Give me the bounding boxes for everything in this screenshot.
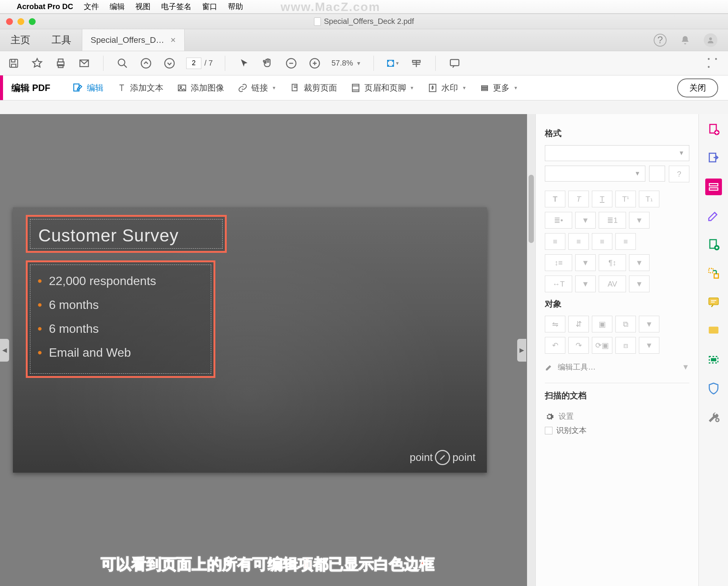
minimize-window-button[interactable] xyxy=(17,18,24,25)
menu-window[interactable]: 窗口 xyxy=(202,2,217,12)
add-text-button[interactable]: 添加文本 xyxy=(110,75,170,100)
menu-edit[interactable]: 编辑 xyxy=(110,2,125,12)
add-image-button[interactable]: 添加图像 xyxy=(170,75,231,100)
bullet-list-button[interactable]: ≣• xyxy=(545,212,572,229)
kerning-button[interactable]: AV xyxy=(599,276,626,292)
arrange-dropdown[interactable]: ▼ xyxy=(639,316,659,332)
fit-page-icon[interactable]: ▼ xyxy=(386,56,400,70)
bullet-list-dropdown[interactable]: ▼ xyxy=(575,212,596,229)
page-down-icon[interactable] xyxy=(163,56,176,70)
redact-icon[interactable] xyxy=(705,351,722,368)
watermark-button[interactable]: 水印 ▼ xyxy=(421,75,473,100)
replace-image-button[interactable]: ⟳▣ xyxy=(592,337,612,354)
mail-icon[interactable] xyxy=(77,56,91,70)
selection-tool-icon[interactable] xyxy=(237,56,251,70)
font-family-dropdown[interactable]: ▼ xyxy=(545,145,689,161)
crop-object-button[interactable]: ▣ xyxy=(592,316,612,332)
align-objects-button[interactable]: ⧈ xyxy=(615,337,636,354)
next-page-arrow[interactable]: ▶ xyxy=(517,339,526,362)
link-button[interactable]: 链接 ▼ xyxy=(231,75,283,100)
arrange-button[interactable]: ⧉ xyxy=(615,316,636,332)
zoom-out-icon[interactable] xyxy=(284,56,298,70)
align-justify-button[interactable]: ≡ xyxy=(615,233,636,250)
font-size-dropdown[interactable]: ▼ xyxy=(545,166,645,182)
prev-page-arrow[interactable]: ◀ xyxy=(0,339,9,362)
edit-tools-link[interactable]: 编辑工具… ▼ xyxy=(545,358,689,376)
export-pdf-icon[interactable] xyxy=(705,150,722,166)
zoom-in-icon[interactable] xyxy=(308,56,322,70)
menu-help[interactable]: 帮助 xyxy=(228,2,243,12)
vertical-scrollbar[interactable] xyxy=(527,114,535,586)
close-editbar-button[interactable]: 关闭 xyxy=(677,78,718,97)
scrollbar-thumb[interactable] xyxy=(529,175,534,243)
edit-button[interactable]: 编辑 xyxy=(66,75,110,100)
paragraph-spacing-dropdown[interactable]: ▼ xyxy=(629,254,650,271)
font-color-picker[interactable] xyxy=(649,166,665,182)
align-objects-dropdown[interactable]: ▼ xyxy=(639,337,659,354)
hand-tool-icon[interactable] xyxy=(261,56,275,70)
superscript-button[interactable]: T¹ xyxy=(615,191,636,207)
header-footer-button[interactable]: 页眉和页脚 ▼ xyxy=(344,75,421,100)
editable-title-box[interactable]: Customer Survey xyxy=(26,215,227,253)
user-avatar[interactable] xyxy=(704,33,717,47)
comment-rail-icon[interactable] xyxy=(705,294,722,310)
page-up-icon[interactable] xyxy=(139,56,153,70)
page-display-icon[interactable] xyxy=(410,56,423,70)
star-icon[interactable] xyxy=(30,56,44,70)
underline-button[interactable]: T xyxy=(592,191,612,207)
bold-button[interactable]: T xyxy=(545,191,565,207)
help-icon[interactable]: ? xyxy=(654,34,667,47)
align-right-button[interactable]: ≡ xyxy=(592,233,612,250)
horizontal-scale-dropdown[interactable]: ▼ xyxy=(575,276,596,292)
sign-icon[interactable] xyxy=(705,207,722,224)
app-name[interactable]: Acrobat Pro DC xyxy=(17,2,73,11)
kerning-dropdown[interactable]: ▼ xyxy=(629,276,650,292)
menu-esign[interactable]: 电子签名 xyxy=(161,2,191,12)
paragraph-spacing-button[interactable]: ¶↕ xyxy=(599,254,626,271)
edit-pdf-rail-icon[interactable] xyxy=(705,179,722,195)
line-spacing-dropdown[interactable]: ▼ xyxy=(575,254,596,271)
line-spacing-button[interactable]: ↕≡ xyxy=(545,254,572,271)
number-list-button[interactable]: ≣1 xyxy=(599,212,626,229)
create-pdf-icon[interactable] xyxy=(705,121,722,138)
align-left-button[interactable]: ≡ xyxy=(545,233,565,250)
menu-view[interactable]: 视图 xyxy=(135,2,151,12)
subscript-button[interactable]: T₁ xyxy=(639,191,659,207)
format-help-icon[interactable]: ? xyxy=(669,166,689,182)
close-window-button[interactable] xyxy=(6,18,13,25)
italic-button[interactable]: T xyxy=(568,191,589,207)
tab-tools[interactable]: 工具 xyxy=(41,29,82,51)
flip-vertical-button[interactable]: ⇵ xyxy=(568,316,589,332)
menu-file[interactable]: 文件 xyxy=(84,2,99,12)
maximize-window-button[interactable] xyxy=(29,18,36,25)
checkbox-icon[interactable] xyxy=(545,427,552,434)
save-icon[interactable] xyxy=(7,56,20,70)
tab-document[interactable]: Special_Offers_D… ✕ xyxy=(82,29,185,51)
number-list-dropdown[interactable]: ▼ xyxy=(629,212,650,229)
flip-horizontal-button[interactable]: ⇋ xyxy=(545,316,565,332)
print-icon[interactable] xyxy=(54,56,67,70)
search-icon[interactable] xyxy=(116,56,129,70)
combine-icon[interactable] xyxy=(705,236,722,253)
editable-bullets-box[interactable]: 22,000 respondents 6 months 6 months Ema… xyxy=(26,260,215,378)
tab-home[interactable]: 主页 xyxy=(0,29,41,51)
protect-icon[interactable] xyxy=(705,380,722,397)
comment-icon[interactable] xyxy=(448,56,461,70)
settings-link[interactable]: 设置 xyxy=(545,407,689,425)
organize-icon[interactable] xyxy=(705,265,722,282)
crop-button[interactable]: 裁剪页面 xyxy=(283,75,344,100)
bell-icon[interactable] xyxy=(679,34,692,47)
pdf-page[interactable]: Customer Survey 22,000 respondents 6 mon… xyxy=(13,207,487,473)
tab-close-icon[interactable]: ✕ xyxy=(170,36,176,44)
document-canvas[interactable]: ◀ ▶ Customer Survey 22,000 respondents 6… xyxy=(0,114,535,586)
rotate-ccw-button[interactable]: ↶ xyxy=(545,337,565,354)
recognize-text-checkbox[interactable]: 识别文本 xyxy=(545,425,689,436)
share-comment-icon[interactable] xyxy=(705,323,722,339)
align-center-button[interactable]: ≡ xyxy=(568,233,589,250)
rotate-cw-button[interactable]: ↷ xyxy=(568,337,589,354)
more-icon[interactable]: • • • xyxy=(708,56,721,70)
zoom-level[interactable]: 57.8% ▼ xyxy=(331,59,361,67)
more-tools-icon[interactable] xyxy=(705,409,722,426)
more-button[interactable]: 更多 ▼ xyxy=(473,75,525,100)
horizontal-scale-button[interactable]: ↔T xyxy=(545,276,572,292)
